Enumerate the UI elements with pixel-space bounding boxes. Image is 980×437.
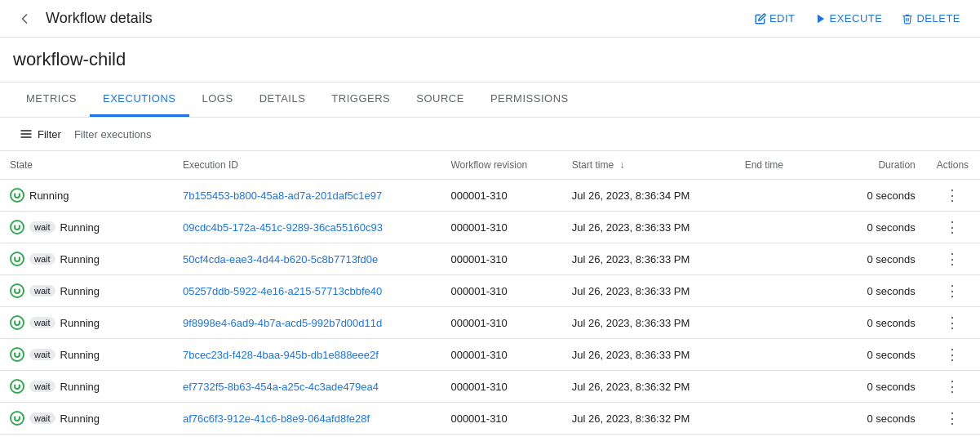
col-header-revision: Workflow revision bbox=[441, 151, 561, 180]
cell-starttime: Jul 26, 2023, 8:36:32 PM bbox=[562, 371, 735, 403]
row-actions-button[interactable]: ⋮ bbox=[940, 218, 964, 236]
table-row: wait Running 05257ddb-5922-4e16-a215-577… bbox=[0, 275, 980, 307]
cell-state: wait Running bbox=[0, 339, 173, 371]
cell-execid: ef7732f5-8b63-454a-a25c-4c3ade479ea4 bbox=[173, 371, 441, 403]
wait-badge: wait bbox=[29, 253, 55, 265]
running-icon bbox=[10, 315, 24, 330]
cell-endtime bbox=[735, 435, 839, 438]
state-label: Running bbox=[29, 190, 69, 202]
row-actions-button[interactable]: ⋮ bbox=[940, 377, 964, 395]
filter-label: Filter bbox=[38, 128, 61, 140]
wait-badge: wait bbox=[29, 317, 55, 328]
table-row: wait Running 50cf4cda-eae3-4d44-b620-5c8… bbox=[0, 243, 980, 275]
cell-endtime bbox=[735, 212, 839, 243]
cell-revision: 000001-310 bbox=[441, 371, 561, 403]
filter-button[interactable]: Filter bbox=[13, 124, 68, 144]
row-actions-button[interactable]: ⋮ bbox=[940, 409, 964, 427]
edit-button[interactable]: EDIT bbox=[748, 7, 802, 29]
col-header-state: State bbox=[0, 151, 173, 180]
cell-revision: 000001-310 bbox=[441, 307, 561, 339]
cell-state: wait Running bbox=[0, 212, 173, 243]
cell-duration: 0 seconds bbox=[839, 307, 925, 339]
cell-starttime: Jul 26, 2023, 8:36:33 PM bbox=[562, 212, 735, 243]
cell-execid: e957d6f8-c78c-4183-ad09-f64d6800d291 bbox=[173, 435, 441, 438]
cell-endtime bbox=[735, 243, 839, 275]
cell-execid: 50cf4cda-eae3-4d44-b620-5c8b7713fd0e bbox=[173, 243, 441, 275]
running-icon bbox=[10, 220, 24, 234]
header: Workflow details EDIT EXECUTE DELETE bbox=[0, 0, 980, 38]
cell-starttime: Jul 26, 2023, 8:36:33 PM bbox=[562, 307, 735, 339]
running-icon bbox=[10, 347, 24, 362]
row-actions-button[interactable]: ⋮ bbox=[940, 250, 964, 268]
cell-actions: ⋮ bbox=[925, 243, 980, 275]
state-label: Running bbox=[60, 253, 100, 265]
state-label: Running bbox=[60, 381, 100, 393]
row-actions-button[interactable]: ⋮ bbox=[940, 314, 964, 332]
row-actions-button[interactable]: ⋮ bbox=[940, 186, 964, 204]
cell-revision: 000001-310 bbox=[441, 435, 561, 438]
cell-revision: 000001-310 bbox=[441, 275, 561, 307]
cell-state: wait Running bbox=[0, 243, 173, 275]
cell-actions: ⋮ bbox=[925, 180, 980, 212]
col-header-starttime[interactable]: Start time ↓ bbox=[562, 151, 735, 180]
cell-duration: 0 seconds bbox=[839, 275, 925, 307]
cell-actions: ⋮ bbox=[925, 403, 980, 435]
execute-label: EXECUTE bbox=[830, 12, 883, 25]
exec-id-link[interactable]: 50cf4cda-eae3-4d44-b620-5c8b7713fd0e bbox=[183, 253, 378, 265]
cell-duration: 0 seconds bbox=[839, 435, 925, 438]
cell-state: wait Running bbox=[0, 275, 173, 307]
tab-executions[interactable]: EXECUTIONS bbox=[90, 82, 189, 117]
workflow-name: workflow-child bbox=[0, 38, 980, 82]
cell-execid: 9f8998e4-6ad9-4b7a-acd5-992b7d00d11d bbox=[173, 307, 441, 339]
execute-button[interactable]: EXECUTE bbox=[809, 7, 889, 29]
running-icon bbox=[10, 411, 24, 426]
row-actions-button[interactable]: ⋮ bbox=[940, 346, 964, 363]
exec-id-link[interactable]: 05257ddb-5922-4e16-a215-57713cbbfe40 bbox=[183, 285, 382, 297]
header-actions: EDIT EXECUTE DELETE bbox=[748, 7, 967, 29]
exec-id-link[interactable]: ef7732f5-8b63-454a-a25c-4c3ade479ea4 bbox=[183, 381, 379, 393]
tab-details[interactable]: DETAILS bbox=[246, 82, 319, 117]
executions-table: State Execution ID Workflow revision Sta… bbox=[0, 151, 980, 437]
cell-starttime: Jul 26, 2023, 8:36:32 PM bbox=[562, 403, 735, 435]
sort-arrow-icon: ↓ bbox=[619, 159, 624, 171]
exec-id-link[interactable]: 7bcec23d-f428-4baa-945b-db1e888eee2f bbox=[183, 349, 379, 361]
tab-triggers[interactable]: TRIGGERS bbox=[318, 82, 403, 117]
back-button[interactable] bbox=[13, 7, 36, 30]
table-row: wait Running e957d6f8-c78c-4183-ad09-f64… bbox=[0, 435, 980, 438]
state-label: Running bbox=[60, 221, 100, 234]
table-row: wait Running 9f8998e4-6ad9-4b7a-acd5-992… bbox=[0, 307, 980, 339]
cell-duration: 0 seconds bbox=[839, 212, 925, 243]
cell-state: wait Running bbox=[0, 435, 173, 438]
executions-table-container: State Execution ID Workflow revision Sta… bbox=[0, 151, 980, 437]
tab-permissions[interactable]: PERMISSIONS bbox=[477, 82, 582, 117]
running-icon bbox=[10, 252, 24, 266]
cell-actions: ⋮ bbox=[925, 212, 980, 243]
page-title: Workflow details bbox=[46, 10, 738, 27]
cell-endtime bbox=[735, 371, 839, 403]
state-label: Running bbox=[60, 285, 100, 297]
cell-execid: af76c6f3-912e-41c6-b8e9-064afd8fe28f bbox=[173, 403, 441, 435]
table-row: wait Running ef7732f5-8b63-454a-a25c-4c3… bbox=[0, 371, 980, 403]
cell-duration: 0 seconds bbox=[839, 403, 925, 435]
cell-starttime: Jul 26, 2023, 8:36:34 PM bbox=[562, 180, 735, 212]
table-body: Running 7b155453-b800-45a8-ad7a-201daf5c… bbox=[0, 180, 980, 438]
filter-placeholder: Filter executions bbox=[74, 128, 152, 140]
exec-id-link[interactable]: af76c6f3-912e-41c6-b8e9-064afd8fe28f bbox=[183, 412, 370, 425]
exec-id-link[interactable]: 09cdc4b5-172a-451c-9289-36ca55160c93 bbox=[183, 221, 383, 234]
table-header-row: State Execution ID Workflow revision Sta… bbox=[0, 151, 980, 180]
cell-revision: 000001-310 bbox=[441, 403, 561, 435]
tab-logs[interactable]: LOGS bbox=[189, 82, 246, 117]
row-actions-button[interactable]: ⋮ bbox=[940, 282, 964, 300]
wait-badge: wait bbox=[29, 349, 55, 360]
cell-revision: 000001-310 bbox=[441, 180, 561, 212]
tab-metrics[interactable]: METRICS bbox=[13, 82, 90, 117]
cell-state: Running bbox=[0, 180, 173, 212]
tab-source[interactable]: SOURCE bbox=[403, 82, 477, 117]
delete-button[interactable]: DELETE bbox=[895, 7, 967, 29]
cell-starttime: Jul 26, 2023, 8:36:33 PM bbox=[562, 243, 735, 275]
exec-id-link[interactable]: 7b155453-b800-45a8-ad7a-201daf5c1e97 bbox=[183, 190, 382, 202]
wait-badge: wait bbox=[29, 381, 55, 392]
table-row: wait Running 7bcec23d-f428-4baa-945b-db1… bbox=[0, 339, 980, 371]
cell-execid: 7bcec23d-f428-4baa-945b-db1e888eee2f bbox=[173, 339, 441, 371]
exec-id-link[interactable]: 9f8998e4-6ad9-4b7a-acd5-992b7d00d11d bbox=[183, 317, 382, 329]
